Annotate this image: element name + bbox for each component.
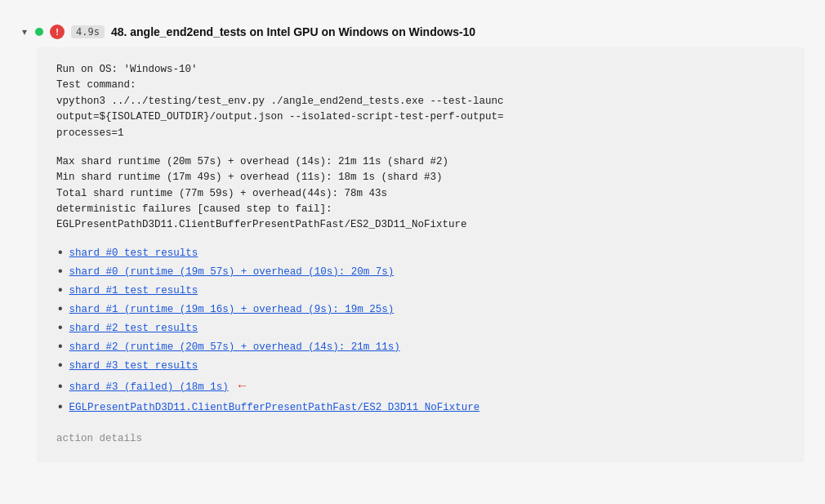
chevron-down-icon: ▾ [22, 26, 27, 38]
bullet-icon: • [56, 341, 65, 354]
test-command-label: Test command: [56, 78, 785, 93]
bullet-icon: • [56, 247, 65, 260]
bullet-icon: • [56, 303, 65, 316]
list-item: • shard #3 (failed) (18m 1s) ← [56, 377, 785, 398]
list-item: • shard #2 (runtime (20m 57s) + overhead… [56, 339, 785, 355]
shard3-failed-link[interactable]: shard #3 (failed) (18m 1s) [69, 379, 229, 395]
list-item: • shard #1 (runtime (19m 16s) + overhead… [56, 301, 785, 318]
duration-badge: 4.9s [71, 25, 105, 38]
main-container: ▾ ! 4.9s 48. angle_end2end_tests on Inte… [20, 16, 805, 462]
list-item: • shard #0 (runtime (19m 57s) + overhead… [56, 264, 785, 280]
bullet-icon: • [56, 265, 65, 279]
shard3-results-link[interactable]: shard #3 test results [69, 358, 198, 374]
shard2-results-link[interactable]: shard #2 test results [69, 320, 198, 337]
shard0-runtime-link[interactable]: shard #0 (runtime (19m 57s) + overhead (… [69, 264, 395, 280]
job-title: 48. angle_end2end_tests on Intel GPU on … [111, 25, 475, 38]
shard0-results-link[interactable]: shard #0 test results [69, 245, 198, 261]
list-item: • shard #1 test results [56, 283, 785, 299]
shard-list: • shard #0 test results • shard #0 (runt… [56, 245, 785, 417]
list-item: • shard #2 test results [56, 320, 785, 337]
max-shard-stat: Max shard runtime (20m 57s) + overhead (… [56, 154, 785, 170]
test-command-code: vpython3 ../../testing/test_env.py ./ang… [56, 94, 785, 141]
egl-failure-link[interactable]: EGLPresentPathD3D11.ClientBufferPresentP… [69, 399, 480, 416]
footer-more-text: action details [56, 431, 785, 447]
bullet-icon: • [56, 401, 65, 414]
list-item: • shard #3 test results [56, 358, 785, 374]
error-icon: ! [50, 25, 65, 39]
status-green-dot [35, 28, 43, 36]
total-shard-stat: Total shard runtime (77m 59s) + overhead… [56, 186, 785, 202]
arrow-icon: ← [239, 377, 247, 398]
list-item: • EGLPresentPathD3D11.ClientBufferPresen… [56, 399, 785, 416]
bullet-icon: • [56, 284, 65, 297]
bullet-icon: • [56, 381, 65, 394]
job-header: ▾ ! 4.9s 48. angle_end2end_tests on Inte… [20, 16, 805, 44]
bullet-icon: • [56, 322, 65, 335]
job-body: Run on OS: 'Windows-10' Test command: vp… [37, 47, 805, 462]
list-item: • shard #0 test results [56, 245, 785, 261]
chevron-toggle-button[interactable]: ▾ [20, 25, 29, 39]
min-shard-stat: Min shard runtime (17m 49s) + overhead (… [56, 170, 785, 185]
os-line: Run on OS: 'Windows-10' [56, 62, 785, 78]
shard2-runtime-link[interactable]: shard #2 (runtime (20m 57s) + overhead (… [69, 339, 400, 355]
det-failures-value: EGLPresentPathD3D11.ClientBufferPresentP… [56, 217, 785, 233]
shard1-results-link[interactable]: shard #1 test results [69, 283, 198, 299]
det-failures-label: deterministic failures [caused step to f… [56, 202, 785, 217]
shard1-runtime-link[interactable]: shard #1 (runtime (19m 16s) + overhead (… [69, 301, 395, 318]
bullet-icon: • [56, 359, 65, 372]
